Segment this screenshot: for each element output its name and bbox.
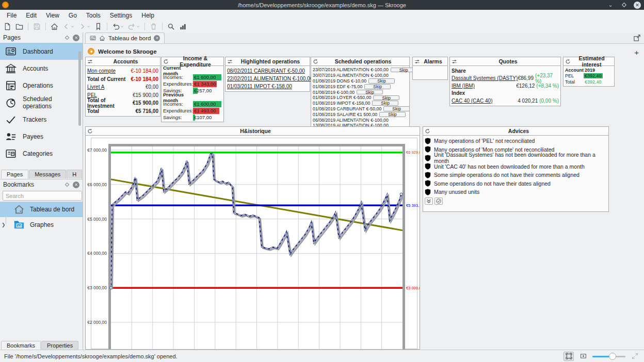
advice-item[interactable]: Unit 'Dassault Systemes' has not been do… — [425, 154, 607, 162]
float-panel-icon[interactable] — [63, 182, 70, 188]
account-link[interactable]: Livret A — [87, 84, 146, 90]
account-link[interactable]: Total of Current — [87, 76, 131, 82]
skip-button[interactable]: Skip — [379, 112, 406, 117]
close-button[interactable]: ✕ — [634, 2, 641, 9]
expander-icon[interactable]: ❯ — [2, 222, 6, 227]
refresh-icon[interactable] — [163, 59, 169, 64]
sidebar-page-item[interactable]: Accounts — [0, 60, 83, 77]
report-button[interactable] — [178, 22, 188, 32]
search-button[interactable] — [166, 22, 176, 32]
zoom-expand-button[interactable] — [630, 352, 640, 361]
advice-item[interactable]: Many operations of 'PEL' not reconciliat… — [425, 137, 607, 145]
menu-item[interactable]: Edit — [21, 11, 41, 20]
sidebar-page-item[interactable]: Dashboard — [0, 43, 83, 60]
historique-canvas[interactable]: €6 929,00€5 393,14€3 000,00€7 000,00€6 0… — [86, 136, 420, 349]
welcome-text: Welcome to Skrooge — [98, 48, 157, 55]
close-panel-icon[interactable]: ✕ — [73, 182, 79, 188]
home-button[interactable] — [49, 22, 60, 32]
quote-row: IBM (IBM) €126,12 (+8,34 %) — [452, 82, 559, 90]
maximize-button[interactable] — [620, 2, 627, 9]
skip-button[interactable]: Skip — [373, 95, 399, 101]
back-button[interactable] — [61, 22, 76, 32]
bookmark-button[interactable] — [93, 22, 104, 32]
tab-bookmarks[interactable]: Bookmarks — [1, 341, 41, 350]
slider-handle[interactable] — [609, 353, 616, 360]
undo-button[interactable] — [110, 22, 125, 32]
account-link[interactable]: Total — [87, 108, 136, 114]
refresh-icon[interactable] — [87, 128, 93, 134]
configure-sliders-icon[interactable] — [227, 59, 233, 64]
zoom-original-button[interactable] — [578, 352, 588, 361]
sidebar-page-item[interactable]: Operations — [0, 77, 83, 94]
tab-close-icon[interactable]: ✕ — [154, 35, 160, 41]
account-link[interactable]: Mon compte — [87, 68, 131, 74]
search-input[interactable] — [3, 191, 82, 201]
menu-item[interactable]: File — [2, 11, 21, 20]
add-widget-button[interactable]: + — [634, 48, 639, 57]
apply-advice-button[interactable] — [434, 198, 443, 205]
refresh-icon[interactable] — [313, 59, 318, 64]
quote-link[interactable]: IBM (IBM) — [452, 83, 516, 89]
income-row-value: €1 343,00 — [193, 81, 221, 87]
pages-scrollbar[interactable] — [78, 51, 81, 126]
estimated-widget-header: Estimated interest — [564, 57, 614, 66]
configure-sliders-icon[interactable] — [452, 59, 457, 64]
menu-item[interactable]: Tools — [82, 11, 105, 20]
page-icon — [5, 63, 17, 74]
save-button[interactable] — [31, 22, 42, 32]
sidebar-page-item[interactable]: Categories — [0, 145, 83, 162]
page-label: Payees — [23, 133, 43, 140]
scheduled-text: 01/08/2019 LOYER €-550,00 — [313, 95, 371, 100]
open-file-button[interactable] — [14, 22, 25, 32]
new-file-button[interactable] — [2, 22, 13, 32]
configure-sliders-icon[interactable] — [87, 59, 93, 64]
configure-sliders-icon[interactable] — [414, 59, 420, 64]
close-panel-icon[interactable]: ✕ — [73, 35, 79, 41]
skip-button[interactable]: Skip — [383, 106, 410, 111]
operation-link[interactable]: 08/02/2011 CARBURANT €-50,00 — [227, 67, 308, 75]
quote-link[interactable]: CAC 40 (CAC 40) — [452, 98, 518, 104]
account-link[interactable]: Total of Investment — [87, 97, 133, 109]
forward-button[interactable] — [77, 22, 92, 32]
quote-link[interactable]: Index — [452, 90, 557, 96]
menu-item[interactable]: Help — [137, 11, 159, 20]
tab-pages[interactable]: Pages — [1, 170, 28, 178]
operation-link[interactable]: 22/02/2011 ALIMENTATION €-100,00 — [227, 75, 308, 83]
sidebar-page-item[interactable]: Payees — [0, 128, 83, 145]
sidebar-page-item[interactable]: Scheduled operations — [0, 94, 83, 111]
skip-button[interactable]: Skip — [357, 90, 383, 95]
skip-button[interactable]: Skip — [372, 101, 398, 106]
operation-link[interactable]: 01/03/2011 IMPOT €-158,00 — [227, 83, 308, 90]
sidebar-page-item[interactable]: Trackers — [0, 111, 83, 128]
tab-history[interactable]: H — [67, 170, 82, 178]
menu-item[interactable]: Go — [64, 11, 82, 20]
advice-item[interactable]: Unit 'CAC 40' has not been downloaded fo… — [425, 162, 607, 171]
bookmark-item-graphes[interactable]: ❯ Graphes — [0, 217, 83, 233]
detach-tab-icon[interactable] — [633, 34, 641, 42]
income-row-value — [193, 68, 221, 74]
advice-item[interactable]: Some operations do not have their dates … — [425, 179, 607, 188]
minimize-button[interactable]: ⌄ — [607, 2, 614, 9]
menu-item[interactable]: Settings — [105, 11, 137, 20]
bookmark-item-tableau[interactable]: Tableau de bord — [0, 202, 83, 217]
zoom-slider[interactable] — [592, 352, 625, 361]
tab-tableau-de-bord[interactable]: Tableau de bord ✕ — [85, 32, 165, 43]
refresh-icon[interactable] — [425, 128, 430, 134]
scheduled-text: 23/07/2019 ALIMENTATION €-100,00 — [313, 67, 389, 72]
page-icon — [5, 148, 17, 159]
tab-properties[interactable]: Properties — [41, 341, 78, 350]
refresh-icon[interactable] — [565, 59, 571, 64]
advice-item[interactable]: Some simple operations do not have their… — [425, 171, 607, 179]
float-panel-icon[interactable] — [63, 35, 70, 41]
redo-button[interactable] — [126, 22, 141, 32]
show-more-advices-button[interactable] — [425, 198, 433, 205]
skip-button[interactable]: Skip — [364, 84, 391, 89]
skip-button[interactable]: Skip — [368, 78, 395, 84]
zoom-fit-button[interactable] — [564, 352, 574, 361]
quote-change: (0,00 %) — [539, 98, 559, 104]
delete-button[interactable] — [148, 22, 159, 32]
quote-link[interactable]: Dassault Systemes (DASTY) — [452, 75, 518, 81]
advice-item[interactable]: Many unused units — [425, 188, 607, 196]
tab-messages[interactable]: Messages — [29, 170, 66, 178]
menu-item[interactable]: View — [41, 11, 64, 20]
